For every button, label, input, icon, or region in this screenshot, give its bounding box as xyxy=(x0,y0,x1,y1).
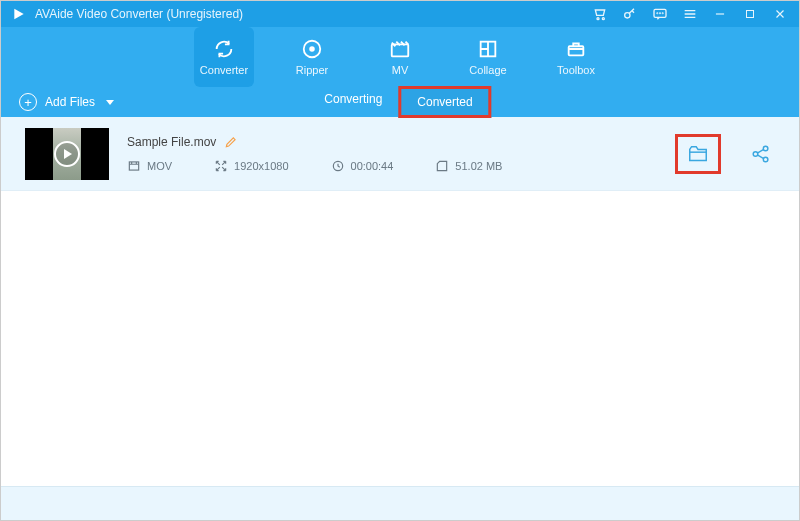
collage-icon xyxy=(477,38,499,60)
file-meta: MOV 1920x1080 00:00:44 51.02 MB xyxy=(127,159,657,173)
toolbox-icon xyxy=(565,38,587,60)
nav-label: Collage xyxy=(469,64,506,76)
nav-ripper[interactable]: Ripper xyxy=(282,27,342,87)
open-folder-button[interactable] xyxy=(684,140,712,168)
window-controls xyxy=(591,5,789,23)
main-nav: Converter Ripper MV Collage Toolbox xyxy=(1,27,799,87)
titlebar: AVAide Video Converter (Unregistered) xyxy=(1,1,799,27)
svg-point-5 xyxy=(660,13,661,14)
cart-icon[interactable] xyxy=(591,5,609,23)
add-files-button[interactable]: + Add Files xyxy=(19,93,114,111)
file-format: MOV xyxy=(147,160,172,172)
nav-mv[interactable]: MV xyxy=(370,27,430,87)
minimize-button[interactable] xyxy=(711,5,729,23)
open-folder-highlight xyxy=(675,134,721,174)
svg-point-9 xyxy=(310,47,314,51)
file-size: 51.02 MB xyxy=(455,160,502,172)
mv-icon xyxy=(389,38,411,60)
plus-icon: + xyxy=(19,93,37,111)
menu-icon[interactable] xyxy=(681,5,699,23)
resolution-icon xyxy=(214,159,228,173)
maximize-button[interactable] xyxy=(741,5,759,23)
bottom-bar xyxy=(1,486,799,520)
svg-rect-12 xyxy=(569,46,584,55)
duration-icon xyxy=(331,159,345,173)
play-icon xyxy=(54,141,80,167)
status-tabs: Converting Converted xyxy=(308,86,491,118)
subbar: + Add Files Converting Converted xyxy=(1,87,799,117)
video-thumbnail[interactable] xyxy=(25,128,109,180)
format-icon xyxy=(127,159,141,173)
row-actions xyxy=(675,134,775,174)
nav-label: Ripper xyxy=(296,64,328,76)
svg-point-6 xyxy=(662,13,663,14)
file-name: Sample File.mov xyxy=(127,135,216,149)
app-title: AVAide Video Converter (Unregistered) xyxy=(35,7,591,21)
close-button[interactable] xyxy=(771,5,789,23)
svg-point-2 xyxy=(625,13,630,18)
key-icon[interactable] xyxy=(621,5,639,23)
file-duration: 00:00:44 xyxy=(351,160,394,172)
nav-toolbox[interactable]: Toolbox xyxy=(546,27,606,87)
converter-icon xyxy=(213,38,235,60)
svg-rect-13 xyxy=(129,161,138,169)
nav-label: MV xyxy=(392,64,409,76)
size-icon xyxy=(435,159,449,173)
ripper-icon xyxy=(301,38,323,60)
svg-point-1 xyxy=(602,18,604,20)
svg-point-4 xyxy=(657,13,658,14)
tab-converted[interactable]: Converted xyxy=(398,86,491,118)
file-row: Sample File.mov MOV 1920x1080 00:00:44 5… xyxy=(1,117,799,191)
file-info: Sample File.mov MOV 1920x1080 00:00:44 5… xyxy=(127,135,657,173)
feedback-icon[interactable] xyxy=(651,5,669,23)
tab-converting[interactable]: Converting xyxy=(308,86,398,118)
add-files-label: Add Files xyxy=(45,95,95,109)
nav-label: Toolbox xyxy=(557,64,595,76)
svg-point-0 xyxy=(597,18,599,20)
nav-converter[interactable]: Converter xyxy=(194,27,254,87)
rename-button[interactable] xyxy=(224,135,238,149)
app-logo-icon xyxy=(11,6,27,22)
file-resolution: 1920x1080 xyxy=(234,160,288,172)
nav-collage[interactable]: Collage xyxy=(458,27,518,87)
nav-label: Converter xyxy=(200,64,248,76)
share-button[interactable] xyxy=(747,140,775,168)
svg-rect-7 xyxy=(747,11,754,18)
chevron-down-icon xyxy=(106,100,114,105)
